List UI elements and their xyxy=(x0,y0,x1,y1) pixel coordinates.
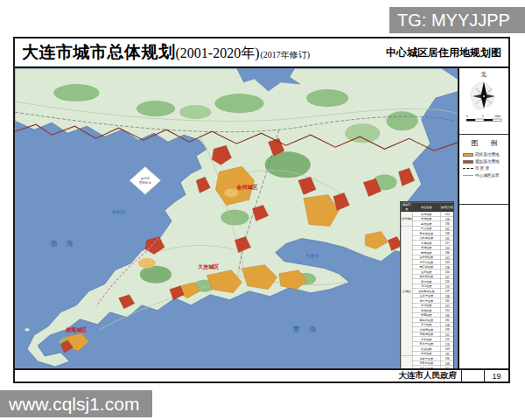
legend-item: 市 区 界 xyxy=(463,166,506,171)
title-revision: (2017年修订) xyxy=(260,49,310,61)
document-title: 大连市城市总体规划 (2001-2020年) (2017年修订) xyxy=(22,41,310,64)
map-sidebar: 北 0 5 10km xyxy=(458,68,508,368)
legend-title: 图 例 xyxy=(463,138,506,148)
watermark-top-text: TG: MYYJJPP xyxy=(397,10,510,31)
district-label-lvshun: 旅顺城区 xyxy=(65,326,87,333)
legend-label: 现状居住用地 xyxy=(475,152,500,157)
plan-document-page: 大连市城市总体规划 (2001-2020年) (2017年修订) 中心城区居住用… xyxy=(13,37,510,383)
compass-svg: 北 0 5 10km xyxy=(459,68,508,133)
district-table-panel: 城区范围居住组团面积(公顷) 金州城区站前组团210先进组团158拥政组团196… xyxy=(400,201,454,368)
scale-tick-1: 5 xyxy=(482,115,484,118)
watermark-bottom-text: www.cqlsj1.com xyxy=(9,394,139,415)
compass-panel: 北 0 5 10km xyxy=(459,68,508,135)
table-header-cell: 面积(公顷) xyxy=(440,202,454,212)
table-group-cell: 金州城区 xyxy=(401,212,412,227)
legend-item: 中心城区边界 xyxy=(463,173,506,178)
airport-label-2: 国际机场 xyxy=(139,180,151,185)
table-header-cell: 城区范围 xyxy=(401,202,412,212)
bay-label-dalianwan: 大连湾 xyxy=(305,253,318,259)
title-period: (2001-2020年) xyxy=(176,45,260,63)
sheet-footer: 大连市人民政府 19 xyxy=(15,368,508,382)
legend-label: 规划居住用地 xyxy=(475,159,500,164)
sea-label-bohai: 渤 海 xyxy=(50,240,76,248)
page-number: 19 xyxy=(484,370,508,382)
legend-swatch-icon xyxy=(463,160,473,164)
legend-item: 规划居住用地 xyxy=(463,159,506,164)
table-header-cell: 居住组团 xyxy=(412,202,440,212)
scale-bar: 0 5 10km xyxy=(466,115,501,122)
north-label: 北 xyxy=(481,71,487,78)
airport-label-1: 金州湾 xyxy=(141,177,150,180)
legend-item: 现状居住用地 xyxy=(463,152,506,157)
sea-label-huanghai: 黄 海 xyxy=(293,326,319,333)
district-label-jinzhou: 金州城区 xyxy=(235,184,257,190)
sidebar-blank xyxy=(459,205,508,368)
table-cell: 112 xyxy=(440,366,454,368)
title-main: 大连市城市总体规划 xyxy=(22,41,176,64)
watermark-bottom: www.cqlsj1.com xyxy=(0,390,152,417)
legend-items: 现状居住用地规划居住用地市 区 界中心城区边界 xyxy=(463,152,506,178)
scale-tick-0: 0 xyxy=(466,115,468,118)
legend-swatch-icon xyxy=(463,175,473,176)
publisher-label: 大连市人民政府 xyxy=(15,370,461,382)
table-group-cell: 主城区 xyxy=(401,226,412,356)
district-table-header: 城区范围居住组团面积(公顷) xyxy=(401,202,454,212)
sheet-subtitle: 中心城区居住用地规划图 xyxy=(386,46,501,60)
legend-label: 市 区 界 xyxy=(475,166,489,171)
title-bar: 大连市城市总体规划 (2001-2020年) (2017年修订) 中心城区居住用… xyxy=(15,38,508,68)
district-table-body: 金州城区站前组团210先进组团158拥政组团196主城区中山组团242青泥洼组团… xyxy=(401,212,454,368)
map-area: 金州湾 国际机场 渤 海 黄 海 大连湾 金州湾 大窑湾 金州城区 大连城区 旅… xyxy=(15,68,458,368)
legend-label: 中心城区边界 xyxy=(475,173,500,178)
dalian-map-svg: 金州湾 国际机场 渤 海 黄 海 大连湾 金州湾 大窑湾 金州城区 大连城区 旅… xyxy=(15,68,458,368)
legend-panel: 图 例 现状居住用地规划居住用地市 区 界中心城区边界 xyxy=(459,135,508,205)
district-table: 城区范围居住组团面积(公顷) 金州城区站前组团210先进组团158拥政组团196… xyxy=(401,202,454,368)
table-group-cell: 新市区 xyxy=(401,356,412,368)
scale-tick-2: 10km xyxy=(494,115,501,118)
watermark-top: TG: MYYJJPP xyxy=(389,7,525,33)
sheet-content: 金州湾 国际机场 渤 海 黄 海 大连湾 金州湾 大窑湾 金州城区 大连城区 旅… xyxy=(15,68,508,368)
table-cell: 大孤山组团 xyxy=(412,366,440,368)
legend-swatch-icon xyxy=(463,168,473,169)
bay-label-jinzhouwan: 金州湾 xyxy=(112,209,125,215)
footer-empty-cell xyxy=(461,370,484,382)
legend-swatch-icon xyxy=(463,153,473,157)
district-label-dalian: 大连城区 xyxy=(197,263,219,270)
